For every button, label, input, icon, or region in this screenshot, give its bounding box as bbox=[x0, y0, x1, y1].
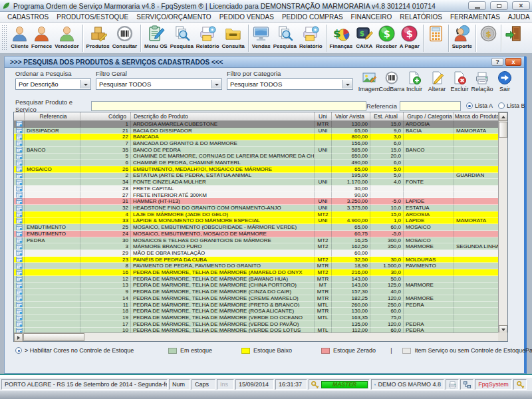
chevron-down-icon[interactable] bbox=[211, 80, 221, 88]
toolbar-button-caixa[interactable]: CAIXA bbox=[354, 23, 374, 53]
table-row[interactable]: 28FRETE CAPITAL30,00 bbox=[14, 186, 498, 192]
action-button-alterar[interactable]: Alterar bbox=[426, 69, 448, 92]
vertical-scrollbar[interactable] bbox=[498, 112, 507, 334]
table-row[interactable]: 29MÃO DE OBRA INSTALAÇÃO60,00 bbox=[14, 250, 498, 257]
toolbar-button-relat-rio[interactable]: Relatório bbox=[195, 23, 221, 53]
action-button-codbarra[interactable]: CodBarra bbox=[380, 69, 403, 92]
table-row[interactable]: 12PEDRA DE MÁRMORE, TELHA DE MÁRMORE (BA… bbox=[14, 276, 498, 283]
table-row[interactable]: 13PEDRA DE MÁRMORE, TELHA DE MÁRMORE (CH… bbox=[14, 283, 498, 289]
table-row[interactable]: PEDRA30MOSAICOS E TELHAS DO GRANITO/OS D… bbox=[14, 237, 498, 244]
menu-item-servi-o-or-amento[interactable]: SERVIÇO/ORÇAMENTO bbox=[132, 13, 215, 21]
toolbar-button-coin[interactable] bbox=[478, 23, 499, 53]
action-button-imagem[interactable]: Imagem bbox=[358, 69, 380, 92]
header-valor-avista[interactable]: Valor Avista bbox=[332, 112, 370, 120]
menu-item-relat-rios[interactable]: RELATÓRIOS bbox=[396, 13, 446, 21]
toolbar-button-produtos[interactable]: Produtos bbox=[85, 23, 111, 53]
toolbar-button-receber[interactable]: Receber bbox=[374, 23, 398, 53]
chevron-down-icon[interactable] bbox=[80, 80, 90, 88]
table-row[interactable]: EMBUTIMENTO24MOSAICO, EMBUTIMENTO, MOSAI… bbox=[14, 231, 498, 237]
minimize-button[interactable] bbox=[468, 1, 486, 10]
toolbar-button-fornece[interactable]: Fornece bbox=[30, 23, 53, 53]
header-descricao[interactable]: Descrição do Produto bbox=[131, 112, 315, 120]
table-row[interactable]: 1ARDOSIA AMARELA CUBESTONEMTR130,0015,0A… bbox=[14, 121, 498, 128]
table-row[interactable]: 31HAMMER (HT-H13)UNI3.250,00-5,0LAPIDE bbox=[14, 198, 498, 205]
table-row[interactable]: 27FRETE INTERIOR ATÉ 300KM90,00 bbox=[14, 192, 498, 199]
table-row[interactable]: 5CHAMINÉ DE MÁRMORE, CORNIJAS DE LAREIRA… bbox=[14, 154, 498, 160]
toolbar-button-menu-os[interactable]: Menu OS bbox=[143, 23, 169, 53]
table-row[interactable]: EMBUTIMENTO25MOSAICO, EMBUTIMENTO (OBSCU… bbox=[14, 224, 498, 231]
menu-item-financeiro[interactable]: FINANCEIRO bbox=[347, 13, 396, 21]
search-input[interactable] bbox=[91, 101, 366, 111]
status-network[interactable] bbox=[460, 379, 473, 390]
scroll-up-button[interactable] bbox=[499, 112, 507, 121]
panel-close-button[interactable]: x bbox=[505, 58, 521, 66]
toolbar-button-exit-door[interactable] bbox=[503, 23, 524, 53]
toolbar-button-relat-rio[interactable]: Relatório bbox=[298, 23, 324, 53]
menu-item-cadastros[interactable]: CADASTROS bbox=[3, 13, 53, 21]
toolbar-button-vendas[interactable]: Vendas bbox=[251, 23, 272, 53]
filter-general-select[interactable]: Pesquisar TODOS bbox=[96, 78, 222, 90]
table-row[interactable]: 2ESTÁTUA (ARTE DE PEDRA, ESTÁTUA ANIMAL1… bbox=[14, 173, 498, 180]
table-row[interactable]: 3MÁRMORE BRANCO PUROMT2162,50350,0MARMOR… bbox=[14, 243, 498, 250]
table-row[interactable]: 17PEDRA DE MÁRMORE, TELHA DE MÁRMORE (VE… bbox=[14, 321, 498, 328]
header-marca[interactable]: Marca do Produto bbox=[454, 112, 498, 120]
toolbar-button-a-pagar[interactable]: A Pagar bbox=[398, 23, 421, 53]
toolbar-button-consultar[interactable]: Consultar bbox=[111, 23, 138, 53]
toolbar-button-finan-as[interactable]: Finanças bbox=[329, 23, 354, 53]
menu-item-ajuda[interactable]: AJUDA bbox=[504, 13, 532, 21]
vertical-scroll-thumb[interactable] bbox=[499, 122, 507, 138]
menu-item-pedido-compras[interactable]: PEDIDO COMPRAS bbox=[278, 13, 347, 21]
table-row[interactable]: 6CHAMINÉ DE PEDRA, CHAMINÉ MANTERL490,00… bbox=[14, 160, 498, 166]
status-printer[interactable] bbox=[446, 379, 459, 390]
toolbar-button-vendedor[interactable]: Vendedor bbox=[53, 23, 80, 53]
table-row[interactable]: 23PAINÉIS DE PEDRA DA CUBAMT232,5030,0MO… bbox=[14, 257, 498, 263]
toolbar-button-pesquisa[interactable]: Pesquisa bbox=[272, 23, 298, 53]
toolbar-button-suporte[interactable]: Suporte bbox=[451, 23, 473, 53]
table-row[interactable]: MOSAICO26EMBUTIMENTO, MEDALH?O!, MOSAICO… bbox=[14, 166, 498, 173]
header-uni[interactable]: Uni bbox=[315, 112, 332, 120]
scroll-right-button[interactable] bbox=[14, 333, 23, 342]
table-row[interactable]: 18PEDRA DE MÁRMORE, TELHA DE MÁRMORE (RO… bbox=[14, 308, 498, 315]
menu-item-pedido-vendas[interactable]: PEDIDO VENDAS bbox=[215, 13, 278, 21]
toolbar-button-consulta[interactable]: Consulta bbox=[221, 23, 246, 53]
action-button-rela-o[interactable]: Relação bbox=[471, 69, 493, 92]
toolbar-button-pesquisa[interactable]: Pesquisa bbox=[169, 23, 195, 53]
header-est-atual[interactable]: Est. Atual bbox=[370, 112, 404, 120]
filter-category-select[interactable]: Pesquisar TODOS bbox=[227, 78, 353, 90]
horizontal-scrollbar[interactable] bbox=[14, 332, 498, 341]
lista-b-radio[interactable] bbox=[498, 102, 505, 109]
header-grupo-categoria[interactable]: Grupo / Categoria bbox=[404, 112, 454, 120]
table-row[interactable]: 16PEDRA DE MÁRMORE, TELHA DE MÁRMORE (AM… bbox=[14, 269, 498, 276]
legend-toggle-radio[interactable] bbox=[15, 347, 22, 354]
panel-help-button[interactable]: ? bbox=[491, 58, 503, 66]
table-row[interactable]: 19PEDRA DE MÁRMORE, TELHA DE MÁRMORE (VE… bbox=[14, 315, 498, 321]
action-button-excluir[interactable]: Excluir bbox=[448, 69, 471, 92]
toolbar-button-calculator[interactable] bbox=[426, 23, 446, 53]
action-button-sair[interactable]: Sair bbox=[493, 69, 516, 92]
table-row[interactable]: 7BANCADA DO GRANITO & DO MARMORE156,006,… bbox=[14, 140, 498, 147]
horizontal-scroll-thumb[interactable] bbox=[23, 333, 84, 341]
lista-a-radio[interactable] bbox=[466, 102, 473, 109]
restore-button[interactable] bbox=[490, 1, 508, 10]
filter-order-select[interactable]: Por Descrição bbox=[15, 78, 91, 90]
table-row[interactable]: 22BANCADA800,003,0 bbox=[14, 134, 498, 140]
action-button-incluir[interactable]: Incluir bbox=[403, 69, 426, 92]
toolbar-button-cliente[interactable]: Cliente bbox=[9, 23, 30, 53]
table-row[interactable]: DISSIPADOR21BACIA DO DISSIPADORUNI65,009… bbox=[14, 128, 498, 134]
table-row[interactable]: 11PEDRA DE MÁRMORE, TELHA DE MÁRMORE (PR… bbox=[14, 302, 498, 309]
table-row[interactable]: 4LAJE DE MÁRMORE (JADE DO GELO)MT215,0AR… bbox=[14, 211, 498, 218]
menu-item-produtos-estoque[interactable]: PRODUTOS/ESTOQUE bbox=[53, 13, 132, 21]
table-row[interactable]: 8PAVIMENTO DE PEDRA, PAVIMENTO DO GRANIT… bbox=[14, 263, 498, 269]
menu-item-ferramentas[interactable]: FERRAMENTAS bbox=[446, 13, 504, 21]
header-referencia[interactable]: Referencia bbox=[25, 112, 80, 120]
header-codigo[interactable]: Código bbox=[80, 112, 131, 120]
table-row[interactable]: 32HEADSTONE FINO DO GRANITO COM ORNAMENT… bbox=[14, 205, 498, 211]
table-row[interactable]: BANCO35BANCO DE PEDRAUNI585,0015,0BANCO bbox=[14, 147, 498, 154]
close-button[interactable]: × bbox=[512, 1, 530, 10]
table-row[interactable]: 14PEDRA DE MÁRMORE, TELHA DE MÁRMORE (CR… bbox=[14, 295, 498, 302]
table-row[interactable]: 33LÁPIDE & MONUMENTO DO MÁRMORE ESPECIAL… bbox=[14, 218, 498, 225]
chevron-down-icon[interactable] bbox=[342, 80, 352, 88]
reference-input[interactable] bbox=[400, 101, 461, 111]
table-row[interactable]: 34FONTE CINZELADA MULHERUNI1.170,004,0FO… bbox=[14, 179, 498, 186]
table-row[interactable]: 9PEDRA DE MÁRMORE, TELHA DE MÁRMORE (CIN… bbox=[14, 289, 498, 295]
